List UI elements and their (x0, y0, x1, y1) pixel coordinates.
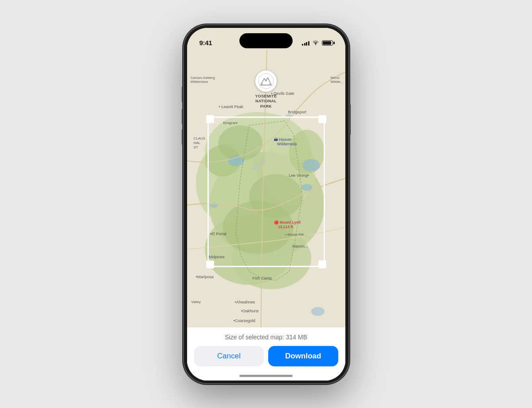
wifi-icon (312, 40, 319, 47)
selection-handle-br[interactable] (318, 260, 326, 268)
download-bottom-sheet: Size of selected map: 314 MB Cancel Down… (187, 327, 345, 381)
selection-handle-bl[interactable] (206, 260, 214, 268)
svg-point-17 (311, 307, 325, 316)
park-badge-icon (255, 70, 277, 92)
cancel-button[interactable]: Cancel (194, 346, 264, 366)
battery-icon (322, 40, 333, 46)
map-label-leavitt: • Leavitt Peak (219, 105, 243, 109)
map-label-wovo: WovoWilder... (331, 76, 344, 84)
map-label-valley: Valley (192, 300, 201, 304)
map-label-ahwahnee: •Ahwahnee (235, 300, 255, 304)
phone-screen: Carson-IcebergWilderness WovoWilder... •… (187, 28, 345, 381)
download-button[interactable]: Download (268, 346, 338, 366)
map-label-coarsegold: •Coarsegold (234, 319, 255, 323)
park-name-label: YOSEMITE NATIONAL PARK (255, 94, 277, 109)
map-label-oakhurst: •Oakhurst (241, 309, 259, 313)
home-indicator (239, 375, 293, 377)
map-label-fishcamp: Fish Camp (253, 276, 272, 280)
map-label-carson: Carson-IcebergWilderness (191, 76, 215, 84)
selection-handle-tl[interactable] (206, 115, 214, 123)
dynamic-island (239, 33, 293, 48)
selection-border (207, 117, 325, 267)
map-label-mariposa: •Mariposa (196, 275, 214, 279)
map-label-bridgeport: Bridgeport (288, 110, 307, 114)
map-selection-area[interactable] (207, 117, 325, 267)
phone-frame: Carson-IcebergWilderness WovoWilder... •… (183, 24, 349, 384)
signal-icon (302, 40, 309, 46)
status-time: 9:41 (200, 39, 212, 47)
selection-handle-tr[interactable] (318, 115, 326, 123)
map-label-claus: CLAUSNALST (194, 136, 206, 150)
park-marker: YOSEMITE NATIONAL PARK (255, 70, 277, 109)
action-buttons: Cancel Download (187, 346, 345, 366)
map-size-label: Size of selected map: 314 MB (225, 334, 307, 341)
svg-point-19 (315, 44, 316, 45)
status-icons (302, 40, 333, 47)
